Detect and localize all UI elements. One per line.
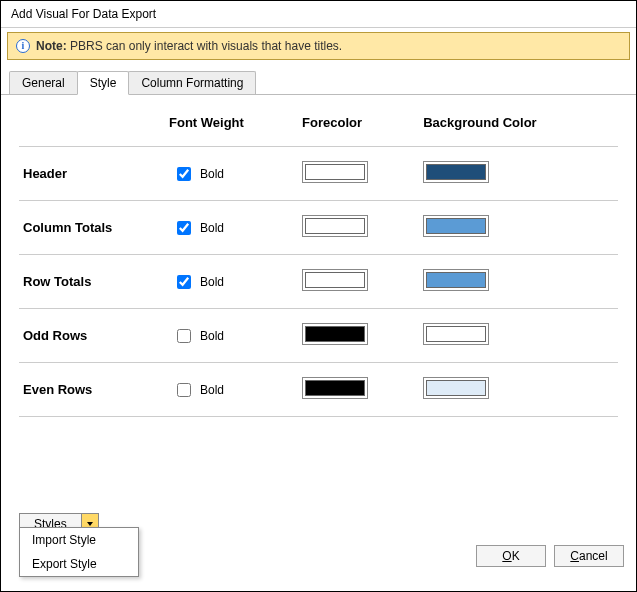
bold-checkbox[interactable]: Bold: [173, 326, 294, 346]
styles-dropdown-menu: Import Style Export Style: [19, 527, 139, 577]
bold-label: Bold: [200, 275, 224, 289]
menu-import-style[interactable]: Import Style: [20, 528, 138, 552]
bold-checkbox[interactable]: Bold: [173, 218, 294, 238]
bold-checkbox-input[interactable]: [177, 221, 191, 235]
table-row: Row TotalsBold: [19, 255, 618, 309]
bold-checkbox[interactable]: Bold: [173, 272, 294, 292]
tab-style[interactable]: Style: [77, 71, 130, 95]
background-swatch[interactable]: [423, 323, 489, 345]
row-label: Odd Rows: [19, 309, 169, 363]
row-label: Row Totals: [19, 255, 169, 309]
bold-checkbox-input[interactable]: [177, 275, 191, 289]
forecolor-swatch[interactable]: [302, 323, 368, 345]
col-header-background: Background Color: [419, 111, 618, 147]
note-text: PBRS can only interact with visuals that…: [70, 39, 342, 53]
table-row: Odd RowsBold: [19, 309, 618, 363]
row-label: Even Rows: [19, 363, 169, 417]
dialog-buttons: OK Cancel: [476, 545, 624, 567]
background-swatch[interactable]: [423, 215, 489, 237]
tab-general[interactable]: General: [9, 71, 78, 94]
tab-column-formatting[interactable]: Column Formatting: [128, 71, 256, 94]
col-header-forecolor: Forecolor: [298, 111, 419, 147]
bold-label: Bold: [200, 329, 224, 343]
bold-checkbox-input[interactable]: [177, 167, 191, 181]
dialog-title: Add Visual For Data Export: [1, 1, 636, 28]
table-row: HeaderBold: [19, 147, 618, 201]
col-header-font-weight: Font Weight: [169, 111, 298, 147]
forecolor-swatch[interactable]: [302, 215, 368, 237]
background-swatch[interactable]: [423, 269, 489, 291]
forecolor-swatch[interactable]: [302, 269, 368, 291]
dialog-add-visual-export: Add Visual For Data Export i Note: PBRS …: [0, 0, 637, 592]
info-icon: i: [16, 39, 30, 53]
table-row: Even RowsBold: [19, 363, 618, 417]
forecolor-swatch[interactable]: [302, 161, 368, 183]
bold-label: Bold: [200, 221, 224, 235]
bold-checkbox[interactable]: Bold: [173, 164, 294, 184]
bold-label: Bold: [200, 383, 224, 397]
row-label: Column Totals: [19, 201, 169, 255]
ok-button[interactable]: OK: [476, 545, 546, 567]
forecolor-swatch[interactable]: [302, 377, 368, 399]
tab-strip: General Style Column Formatting: [1, 64, 636, 95]
style-table: Font Weight Forecolor Background Color H…: [19, 111, 618, 417]
table-row: Column TotalsBold: [19, 201, 618, 255]
bold-label: Bold: [200, 167, 224, 181]
row-label: Header: [19, 147, 169, 201]
cancel-button[interactable]: Cancel: [554, 545, 624, 567]
bold-checkbox-input[interactable]: [177, 329, 191, 343]
bold-checkbox-input[interactable]: [177, 383, 191, 397]
background-swatch[interactable]: [423, 161, 489, 183]
note-label: Note:: [36, 39, 67, 53]
menu-export-style[interactable]: Export Style: [20, 552, 138, 576]
bold-checkbox[interactable]: Bold: [173, 380, 294, 400]
note-bar: i Note: PBRS can only interact with visu…: [7, 32, 630, 60]
background-swatch[interactable]: [423, 377, 489, 399]
